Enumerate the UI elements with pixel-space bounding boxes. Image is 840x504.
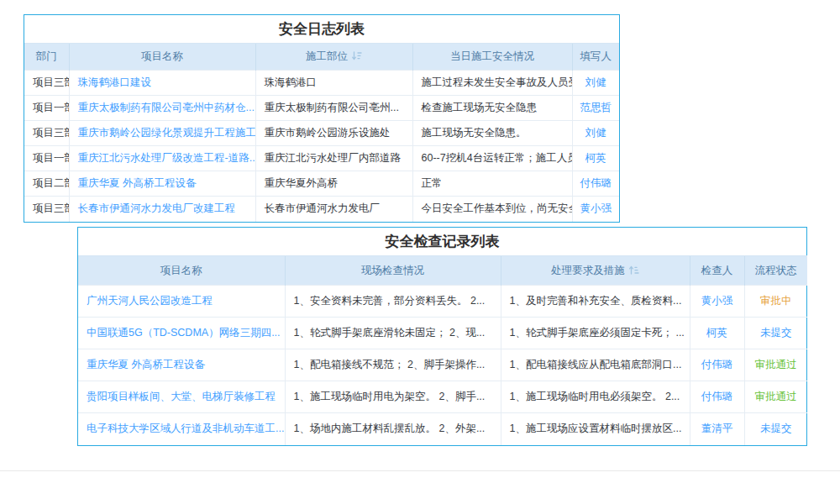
- cell-author: 柯英: [572, 146, 619, 171]
- project-link[interactable]: 广州天河人民公园改造工程: [87, 295, 213, 307]
- column-header-inspector: 检查人: [690, 256, 744, 286]
- cell-inspection: 1、配电箱接线不规范； 2、脚手架操作...: [285, 349, 501, 381]
- cell-project: 长春市伊通河水力发电厂改建工程: [69, 197, 255, 222]
- cell-measures: 1、施工现场临时用电必须架空。 2...: [501, 381, 690, 413]
- cell-inspector: 付伟璐: [690, 349, 744, 381]
- author-link[interactable]: 刘健: [585, 127, 606, 139]
- project-link[interactable]: 重庆华夏 外高桥工程设备: [78, 177, 197, 189]
- cell-project: 重庆华夏 外高桥工程设备: [69, 171, 255, 197]
- cell-project: 重庆太极制药有限公司亳州中药材仓...: [69, 96, 255, 121]
- cell-location: 重庆市鹅岭公园游乐设施处: [255, 121, 412, 146]
- project-link[interactable]: 珠海鹤港口建设: [78, 76, 152, 88]
- table-row: 项目三部 长春市伊通河水力发电厂改建工程 长春市伊通河水力发电厂 今日安全工作基…: [24, 197, 619, 222]
- cell-project: 广州天河人民公园改造工程: [78, 286, 285, 318]
- sort-descending-icon[interactable]: [351, 50, 362, 61]
- cell-project: 中国联通5G（TD-SCDMA）网络三期四...: [78, 318, 285, 349]
- status-badge: 未提交: [760, 327, 792, 339]
- inspector-link[interactable]: 董清平: [701, 423, 733, 434]
- cell-location: 重庆太极制药有限公司亳州...: [255, 96, 412, 121]
- author-link[interactable]: 付伟璐: [580, 177, 612, 189]
- table-row: 项目三部 珠海鹤港口建设 珠海鹤港口 施工过程未发生安全事故及人员受伤情况 刘健: [24, 71, 619, 96]
- project-link[interactable]: 重庆江北污水处理厂级改造工程-道路...: [78, 152, 256, 164]
- cell-project: 珠海鹤港口建设: [69, 71, 255, 96]
- safety-inspection-table: 项目名称 现场检查情况 处理要求及措施 检查人 流程状态 广州天河人民公园改造工…: [78, 255, 807, 445]
- table-row: 项目一部 重庆江北污水处理厂级改造工程-道路... 重庆江北污水处理厂内部道路 …: [24, 146, 619, 171]
- cell-project: 电子科技大学区域人行道及非机动车道工...: [78, 413, 285, 445]
- inspector-link[interactable]: 黄小强: [701, 295, 733, 307]
- project-link[interactable]: 重庆市鹅岭公园绿化景观提升工程施工: [78, 127, 256, 139]
- project-link[interactable]: 重庆华夏 外高桥工程设备: [87, 359, 205, 370]
- status-badge: 审批通过: [755, 391, 797, 402]
- author-link[interactable]: 柯英: [585, 152, 606, 164]
- cell-dept: 项目三部: [24, 71, 69, 96]
- cell-project: 重庆华夏 外高桥工程设备: [78, 349, 285, 381]
- cell-dept: 项目三部: [24, 121, 69, 146]
- cell-inspection: 1、施工现场临时用电为架空。 2、脚手...: [285, 381, 501, 413]
- column-header-project: 项目名称: [69, 44, 255, 71]
- cell-status: 审批通过: [744, 349, 807, 381]
- cell-status: 审批通过: [744, 381, 807, 413]
- cell-location: 重庆江北污水处理厂内部道路: [255, 146, 412, 171]
- cell-author: 黄小强: [572, 197, 619, 222]
- page-divider: [0, 470, 840, 471]
- status-badge: 审批通过: [755, 359, 797, 370]
- cell-author: 范思哲: [572, 96, 619, 121]
- cell-inspection: 1、场地内施工材料乱摆乱放。 2、外架...: [285, 413, 501, 445]
- project-link[interactable]: 长春市伊通河水力发电厂改建工程: [78, 202, 236, 214]
- table-row: 项目二部 重庆华夏 外高桥工程设备 重庆华夏外高桥 正常 付伟璐: [24, 171, 619, 197]
- cell-situation: 检查施工现场无安全隐患: [412, 96, 572, 121]
- column-header-location: 施工部位: [255, 44, 412, 71]
- cell-status: 未提交: [744, 318, 807, 349]
- table-row: 中国联通5G（TD-SCDMA）网络三期四... 1、轮式脚手架底座滑轮未固定；…: [78, 318, 807, 349]
- cell-inspection: 1、轮式脚手架底座滑轮未固定； 2、现...: [285, 318, 501, 349]
- author-link[interactable]: 黄小强: [580, 202, 612, 214]
- table-row: 广州天河人民公园改造工程 1、安全资料未完善，部分资料丢失。 2... 1、及时…: [78, 286, 807, 318]
- cell-status: 未提交: [744, 413, 807, 445]
- cell-inspection: 1、安全资料未完善，部分资料丢失。 2...: [285, 286, 501, 318]
- table-row: 项目三部 重庆市鹅岭公园绿化景观提升工程施工 重庆市鹅岭公园游乐设施处 施工现场…: [24, 121, 619, 146]
- safety-inspection-table-card: 安全检查记录列表 项目名称 现场检查情况 处理要求及措施 检查人 流程状态 广州…: [77, 227, 807, 446]
- header-row: 项目名称 现场检查情况 处理要求及措施 检查人 流程状态: [78, 256, 807, 286]
- column-header-author: 填写人: [572, 44, 619, 71]
- cell-situation: 60--7挖机4台运转正常；施工人员无违...: [412, 146, 572, 171]
- project-link[interactable]: 电子科技大学区域人行道及非机动车道工...: [87, 423, 284, 434]
- inspector-link[interactable]: 付伟璐: [701, 359, 733, 370]
- cell-situation: 今日安全工作基本到位，尚无安全隐患...: [412, 197, 572, 222]
- project-link[interactable]: 中国联通5G（TD-SCDMA）网络三期四...: [87, 327, 281, 339]
- table-row: 电子科技大学区域人行道及非机动车道工... 1、场地内施工材料乱摆乱放。 2、外…: [78, 413, 807, 445]
- table-row: 贵阳项目样板间、大堂、电梯厅装修工程 1、施工现场临时用电为架空。 2、脚手..…: [78, 381, 807, 413]
- cell-situation: 施工过程未发生安全事故及人员受伤情况: [412, 71, 572, 96]
- safety-inspection-table-title: 安全检查记录列表: [78, 228, 806, 255]
- cell-situation: 施工现场无安全隐患。: [412, 121, 572, 146]
- cell-dept: 项目一部: [24, 96, 69, 121]
- cell-location: 珠海鹤港口: [255, 71, 412, 96]
- cell-inspector: 黄小强: [690, 286, 744, 318]
- sort-ascending-icon[interactable]: [628, 265, 639, 276]
- cell-inspector: 董清平: [690, 413, 744, 445]
- cell-situation: 正常: [412, 171, 572, 197]
- safety-log-table-title: 安全日志列表: [24, 15, 619, 43]
- column-header-dept: 部门: [24, 44, 69, 71]
- cell-location: 重庆华夏外高桥: [255, 171, 412, 197]
- project-link[interactable]: 重庆太极制药有限公司亳州中药材仓...: [78, 102, 255, 113]
- author-link[interactable]: 刘健: [585, 76, 606, 88]
- cell-dept: 项目三部: [24, 197, 69, 222]
- cell-inspector: 付伟璐: [690, 381, 744, 413]
- column-header-status: 流程状态: [744, 256, 807, 286]
- safety-log-table-card: 安全日志列表 部门 项目名称 施工部位 当日施工安全情况 填写人 项目三部 珠海…: [24, 14, 620, 223]
- column-header-measures: 处理要求及措施: [501, 256, 690, 286]
- cell-status: 审批中: [744, 286, 807, 318]
- cell-measures: 1、及时完善和补充安全、质检资料...: [501, 286, 690, 318]
- header-row: 部门 项目名称 施工部位 当日施工安全情况 填写人: [24, 44, 619, 71]
- cell-measures: 1、轮式脚手架底座必须固定卡死； ...: [501, 318, 690, 349]
- cell-project: 重庆江北污水处理厂级改造工程-道路...: [69, 146, 255, 171]
- project-link[interactable]: 贵阳项目样板间、大堂、电梯厅装修工程: [87, 391, 276, 402]
- table-row: 项目一部 重庆太极制药有限公司亳州中药材仓... 重庆太极制药有限公司亳州...…: [24, 96, 619, 121]
- author-link[interactable]: 范思哲: [580, 102, 612, 113]
- inspector-link[interactable]: 付伟璐: [701, 391, 733, 402]
- column-header-inspection: 现场检查情况: [285, 256, 501, 286]
- cell-author: 刘健: [572, 71, 619, 96]
- cell-project: 贵阳项目样板间、大堂、电梯厅装修工程: [78, 381, 285, 413]
- cell-inspector: 柯英: [690, 318, 744, 349]
- inspector-link[interactable]: 柯英: [706, 327, 727, 339]
